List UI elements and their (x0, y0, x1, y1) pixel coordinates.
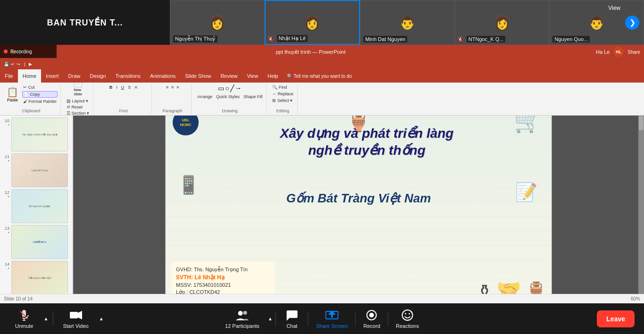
video-chevron[interactable]: ▲ (98, 315, 105, 322)
slide-thumb-12[interactable]: Bài học kinh nghiệm (11, 189, 68, 223)
participant-tile-3[interactable]: 👨 Minh Dat Nguyen (360, 0, 455, 45)
start-video-button[interactable]: Start Video (57, 306, 94, 332)
share-screen-button[interactable]: Share Screen (310, 306, 353, 332)
participant-tiles: 👩 Nguyễn Thị Thuỷ 👩 🔇 Nhật Hạ Lê 👨 Minh … (170, 0, 644, 45)
tab-review[interactable]: Review (216, 69, 242, 83)
chat-button[interactable]: Chat (278, 306, 306, 332)
leave-button[interactable]: Leave (597, 310, 635, 327)
new-slide-btn[interactable]: 📄 NewSlide (72, 83, 84, 97)
shape-fill-btn[interactable]: Shape Fill (243, 94, 263, 100)
participant-name-2: Nhật Hạ Lê (277, 35, 308, 42)
start-video-label: Start Video (63, 323, 88, 329)
participant-name-5: Nguyen Quo... (552, 36, 590, 42)
toolbar-center: 12 Participants ▲ Chat Share Screen (219, 306, 425, 332)
participant-tile-1[interactable]: 👩 Nguyễn Thị Thuỷ (170, 0, 265, 45)
tab-view[interactable]: View (242, 69, 263, 83)
underline-btn[interactable]: U (120, 84, 125, 90)
ribbon-search-area: 🔍 Tell me what you want to do (283, 69, 644, 83)
slide-gvhd: GVHD: Ths. Nguyễn Trọng Tín (176, 267, 270, 273)
tab-help[interactable]: Help (263, 69, 283, 83)
slide-item-14[interactable]: 14* Giải pháp & kiến nghị (2, 261, 70, 294)
tab-transitions[interactable]: Transitions (111, 69, 145, 83)
bold-btn[interactable]: B (109, 84, 114, 90)
collapse-button[interactable]: ❯ (625, 16, 639, 30)
quick-redo[interactable]: ↪ (17, 62, 20, 67)
toolbar-sep-1 (53, 312, 53, 326)
share-ppt-btn[interactable]: Share (627, 50, 640, 55)
quick-save[interactable]: 💾 (4, 62, 9, 67)
slides-sub: ▤ Layout ▾ ↺ Reset ☰ Section ▾ (66, 98, 90, 116)
tab-slideshow[interactable]: Slide Show (180, 69, 216, 83)
shape-line[interactable]: ╱ (230, 84, 234, 92)
user-avatar: HL (613, 47, 624, 57)
tab-file[interactable]: File (0, 69, 18, 83)
recording-text: Recording (10, 49, 32, 54)
section-btn[interactable]: ☰ Section ▾ (66, 110, 90, 116)
tab-insert[interactable]: Insert (41, 69, 64, 83)
shape-circle[interactable]: ○ (225, 84, 229, 92)
toolbar-sep-2 (276, 312, 276, 326)
slide-thumb-14[interactable]: Giải pháp & kiến nghị (11, 261, 68, 294)
vertical-scrollbar[interactable] (638, 116, 644, 294)
participants-button[interactable]: 12 Participants (219, 306, 265, 332)
slide-svth: SVTH: Lê Nhật Hạ (176, 274, 270, 281)
tab-draw[interactable]: Draw (64, 69, 85, 83)
align-left-btn[interactable]: ≡ (165, 84, 169, 90)
slide-mssv: MSSV: 1753401010021 (176, 282, 270, 288)
record-label: Record (363, 323, 380, 329)
tab-animations[interactable]: Animations (145, 69, 180, 83)
pottery-img-3: 🏺 (526, 281, 547, 294)
pottery-img-2: 🤝 (496, 278, 521, 294)
reset-btn[interactable]: ↺ Reset (66, 104, 90, 110)
slide-thumb-13[interactable]: CHƯƠNG 3 (11, 225, 68, 259)
paste-btn[interactable]: 📋 Paste (5, 84, 20, 104)
align-center-btn[interactable]: ≡ (170, 84, 175, 90)
italic-btn[interactable]: I (115, 84, 118, 90)
unmute-button[interactable]: Unmute (9, 306, 39, 332)
quick-undo[interactable]: ↩ (11, 62, 15, 67)
participant-tile-2[interactable]: 👩 🔇 Nhật Hạ Lê (265, 0, 360, 45)
align-right-btn[interactable]: ≡ (176, 84, 180, 90)
drawing-shapes: ▭ ○ ╱ → (218, 84, 241, 92)
select-btn[interactable]: ⊞ Select ▾ (271, 98, 294, 103)
ribbon-content: 📋 Paste ✂ Cut 📄 Copy 🖌 Format Painter Cl… (0, 83, 644, 116)
tab-home-label: Home (23, 73, 36, 79)
participants-chevron[interactable]: ▲ (267, 315, 274, 322)
quick-styles-btn[interactable]: Quick Styles (215, 94, 241, 100)
slide-thumb-11[interactable]: Làng Bát Tràng (11, 153, 68, 187)
ppt-inner: 10* Xây dựng và phát triển làng nghề 11*… (0, 116, 644, 294)
slide-thumb-content-12: Bài học kinh nghiệm (12, 190, 67, 223)
slide-item-13[interactable]: 13* CHƯƠNG 3 (2, 225, 70, 259)
slide-thumb-10[interactable]: Xây dựng và phát triển làng nghề (11, 117, 68, 151)
scrollbar-thumb[interactable] (639, 116, 644, 130)
quick-present[interactable]: ▶ (29, 62, 32, 67)
participant-tile-4[interactable]: 👩 🔇 NTNgoc_K Q... (455, 0, 550, 45)
slide-item-11[interactable]: 11* Làng Bát Tràng (2, 153, 70, 187)
unmute-chevron[interactable]: ▲ (43, 315, 50, 322)
tab-home[interactable]: Home (18, 69, 41, 83)
ppt-username: Ha Le (596, 49, 610, 55)
copy-btn[interactable]: 📄 Copy (22, 91, 58, 98)
pottery-img-1: ⚱ (477, 281, 492, 294)
shape-rect[interactable]: ▭ (218, 84, 224, 92)
arrange-btn[interactable]: Arrange (196, 94, 213, 100)
find-btn[interactable]: 🔍 Find (271, 84, 294, 90)
layout-btn[interactable]: ▤ Layout ▾ (66, 98, 90, 104)
slide-item-12[interactable]: 12* Bài học kinh nghiệm (2, 189, 70, 223)
color-btn[interactable]: A (134, 84, 138, 90)
view-label[interactable]: View (608, 5, 620, 11)
record-button[interactable]: Record (358, 306, 386, 332)
shape-arrow[interactable]: → (235, 84, 242, 92)
strikethrough-btn[interactable]: S (127, 84, 132, 90)
replace-btn[interactable]: ↔ Replace (271, 91, 294, 97)
slide-item-10[interactable]: 10* Xây dựng và phát triển làng nghề (2, 117, 70, 151)
slide-subtitle: Gốm Bát Tràng Việt Nam (199, 191, 519, 206)
quick-sep: | (22, 62, 27, 67)
reactions-button[interactable]: + Reactions (390, 306, 425, 332)
share-screen-label: Share Screen (316, 323, 348, 329)
cut-btn[interactable]: ✂ Cut (22, 84, 58, 90)
recording-indicator: Recording (0, 45, 57, 58)
ppt-title: ppt thuyết trình — PowerPoint (25, 49, 596, 55)
format-painter-btn[interactable]: 🖌 Format Painter (22, 99, 58, 104)
tab-design[interactable]: Design (85, 69, 110, 83)
